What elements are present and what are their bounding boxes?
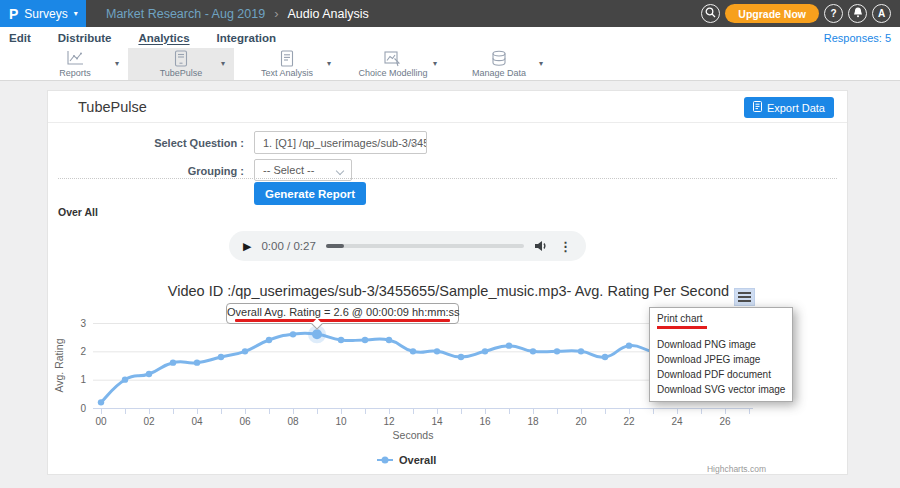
chevron-down-icon bbox=[336, 167, 344, 175]
caret-down-icon: ▾ bbox=[74, 10, 78, 18]
audio-seek-thumb[interactable] bbox=[326, 244, 344, 248]
audio-time: 0:00 / 0:27 bbox=[261, 240, 315, 252]
export-data-button[interactable]: Export Data bbox=[744, 97, 834, 118]
svg-text:20: 20 bbox=[575, 416, 587, 427]
breadcrumb: Market Research - Aug 2019 › Audio Analy… bbox=[86, 0, 701, 27]
svg-text:10: 10 bbox=[335, 416, 347, 427]
nav-item-analytics[interactable]: Analytics bbox=[138, 32, 189, 44]
main-content: TubePulse Export Data Select Question : … bbox=[0, 81, 900, 488]
notifications-button[interactable] bbox=[848, 4, 867, 23]
upgrade-button[interactable]: Upgrade Now bbox=[725, 4, 819, 23]
question-select[interactable]: 1. [Q1] /qp_userimages/sub-3/3455655/S..… bbox=[254, 131, 427, 154]
volume-icon[interactable] bbox=[534, 240, 549, 252]
audio-seek-bar[interactable] bbox=[326, 244, 524, 248]
nav-item-distribute[interactable]: Distribute bbox=[58, 32, 112, 44]
questionpro-logo-icon: P bbox=[9, 7, 18, 21]
svg-text:0: 0 bbox=[80, 403, 86, 414]
hamburger-icon bbox=[738, 292, 751, 294]
tab-label: Text Analysis bbox=[261, 68, 313, 78]
search-icon bbox=[705, 7, 716, 20]
menu-item-download-png[interactable]: Download PNG image bbox=[650, 337, 792, 352]
document-icon bbox=[280, 50, 294, 67]
section-label: Over All bbox=[58, 206, 98, 218]
svg-text:12: 12 bbox=[383, 416, 395, 427]
svg-text:24: 24 bbox=[671, 416, 683, 427]
export-file-icon bbox=[753, 101, 762, 114]
menu-separator bbox=[650, 329, 792, 337]
responses-count[interactable]: Responses: 5 bbox=[824, 32, 891, 44]
chart-tooltip: Overall Avg. Rating = 2.6 @ 00:00:09 hh:… bbox=[226, 303, 459, 324]
breadcrumb-separator-icon: › bbox=[274, 6, 278, 21]
svg-text:14: 14 bbox=[431, 416, 443, 427]
database-icon bbox=[491, 50, 507, 67]
kebab-menu-icon[interactable]: ⋮ bbox=[559, 239, 572, 254]
model-chart-icon bbox=[384, 50, 402, 67]
tab-tubepulse[interactable]: ▾ TubePulse bbox=[128, 48, 234, 80]
search-button[interactable] bbox=[701, 4, 720, 23]
chart-context-menu: Print chart Download PNG image Download … bbox=[649, 307, 793, 402]
svg-text:Avg. Rating: Avg. Rating bbox=[53, 338, 65, 392]
export-data-label: Export Data bbox=[767, 102, 825, 114]
breadcrumb-project[interactable]: Market Research - Aug 2019 bbox=[106, 7, 265, 21]
svg-text:18: 18 bbox=[527, 416, 539, 427]
tubepulse-panel: TubePulse Export Data Select Question : … bbox=[47, 90, 848, 475]
product-switcher-label: Surveys bbox=[24, 7, 67, 21]
tab-text-analysis[interactable]: ▾ Text Analysis bbox=[234, 48, 340, 80]
caret-down-icon[interactable]: ▾ bbox=[327, 59, 331, 68]
svg-text:Overall: Overall bbox=[399, 454, 436, 466]
generate-report-button[interactable]: Generate Report bbox=[254, 182, 366, 205]
chart-title: Video ID :/qp_userimages/sub-3/3455655/S… bbox=[48, 283, 849, 299]
tab-choice-modelling[interactable]: ▾ Choice Modelling bbox=[340, 48, 446, 80]
svg-text:16: 16 bbox=[479, 416, 491, 427]
svg-text:Seconds: Seconds bbox=[393, 429, 434, 441]
caret-down-icon[interactable]: ▾ bbox=[433, 59, 437, 68]
svg-text:26: 26 bbox=[719, 416, 731, 427]
topbar-actions: Upgrade Now ? A bbox=[701, 0, 900, 27]
nav-item-integration[interactable]: Integration bbox=[217, 32, 276, 44]
tab-manage-data[interactable]: ▾ Manage Data bbox=[446, 48, 552, 80]
tooltip-text: Overall Avg. Rating = 2.6 @ 00:00:09 hh:… bbox=[227, 306, 458, 318]
svg-text:06: 06 bbox=[239, 416, 251, 427]
highlight-underline bbox=[235, 319, 450, 322]
tab-label: Manage Data bbox=[472, 68, 526, 78]
audio-player: ▶ 0:00 / 0:27 ⋮ bbox=[229, 231, 586, 261]
topbar: P Surveys ▾ Market Research - Aug 2019 ›… bbox=[0, 0, 900, 27]
avatar[interactable]: A bbox=[872, 4, 891, 23]
page-title: TubePulse bbox=[78, 99, 147, 115]
tablet-icon bbox=[173, 50, 189, 67]
grouping-label: Grouping : bbox=[48, 165, 244, 177]
tab-label: Choice Modelling bbox=[358, 68, 427, 78]
dotted-divider bbox=[58, 178, 837, 179]
svg-text:2: 2 bbox=[80, 346, 86, 357]
chart-container: Video ID :/qp_userimages/sub-3/3455655/S… bbox=[48, 276, 849, 476]
svg-text:22: 22 bbox=[623, 416, 635, 427]
product-switcher[interactable]: P Surveys ▾ bbox=[0, 0, 86, 27]
caret-down-icon[interactable]: ▾ bbox=[115, 59, 119, 68]
caret-down-icon[interactable]: ▾ bbox=[539, 59, 543, 68]
bell-icon bbox=[853, 7, 863, 20]
menu-item-download-svg[interactable]: Download SVG vector image bbox=[650, 382, 792, 397]
main-nav: Edit Distribute Analytics Integration Re… bbox=[0, 27, 900, 48]
tab-reports[interactable]: ▾ Reports bbox=[22, 48, 128, 80]
app-root: P Surveys ▾ Market Research - Aug 2019 ›… bbox=[0, 0, 900, 488]
tab-label: TubePulse bbox=[160, 68, 203, 78]
svg-text:3: 3 bbox=[80, 318, 86, 329]
tab-label: Reports bbox=[59, 68, 91, 78]
nav-item-edit[interactable]: Edit bbox=[9, 32, 31, 44]
svg-text:02: 02 bbox=[143, 416, 155, 427]
menu-item-download-pdf[interactable]: Download PDF document bbox=[650, 367, 792, 382]
svg-text:00: 00 bbox=[95, 416, 107, 427]
menu-item-download-jpeg[interactable]: Download JPEG image bbox=[650, 352, 792, 367]
question-select-value: 1. [Q1] /qp_userimages/sub-3/3455655/S..… bbox=[263, 137, 427, 149]
play-icon[interactable]: ▶ bbox=[243, 240, 251, 253]
help-button[interactable]: ? bbox=[824, 4, 843, 23]
panel-header: TubePulse Export Data bbox=[48, 91, 847, 123]
line-chart-icon bbox=[64, 50, 86, 67]
chart-context-menu-button[interactable] bbox=[734, 288, 755, 306]
svg-text:Highcharts.com: Highcharts.com bbox=[707, 464, 766, 474]
caret-down-icon[interactable]: ▾ bbox=[221, 59, 225, 68]
menu-item-print-chart[interactable]: Print chart bbox=[650, 311, 792, 326]
analytics-toolbar: ▾ Reports ▾ TubePulse ▾ Text Analysis bbox=[0, 48, 900, 81]
breadcrumb-page: Audio Analysis bbox=[287, 7, 368, 21]
select-question-label: Select Question : bbox=[48, 137, 244, 149]
